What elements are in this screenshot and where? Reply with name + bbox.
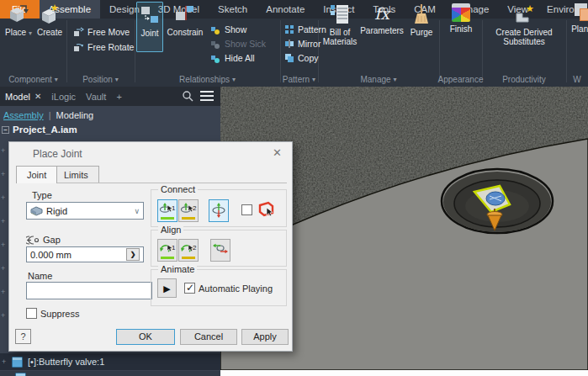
browser-mode-row: Assembly | Modeling: [0, 106, 220, 124]
joint-icon: [139, 4, 161, 26]
tree-expander-icon[interactable]: +: [1, 147, 8, 154]
gap-input[interactable]: 0.000 mm ❯: [26, 246, 144, 262]
invert-alignment-icon: [210, 202, 227, 219]
constrain-icon: [174, 3, 196, 25]
cancel-button[interactable]: Cancel: [180, 329, 237, 345]
bill-of-materials-button[interactable]: Bill of Materials: [323, 2, 357, 46]
free-rotate-button[interactable]: Free Rotate: [72, 40, 134, 54]
create-label: Create: [37, 28, 62, 37]
connect-second-selection-button[interactable]: 2: [178, 199, 199, 222]
automatic-playing-checkbox[interactable]: [184, 283, 195, 294]
rigid-joint-icon: [30, 205, 43, 216]
group-manage[interactable]: Manage: [318, 73, 439, 85]
browser-add-tab-button[interactable]: +: [111, 92, 126, 102]
apply-button[interactable]: Apply: [241, 329, 289, 345]
connect-offset-checkbox[interactable]: [241, 204, 252, 215]
tree-node-project[interactable]: − Project_A.iam: [2, 124, 77, 135]
browser-tab-vault[interactable]: Vault: [81, 92, 111, 102]
svg-text:★: ★: [526, 3, 534, 13]
parameters-button[interactable]: fx Parameters: [358, 2, 405, 35]
automatic-playing-label: Automatic Playing: [199, 283, 273, 294]
tree-expander-icon[interactable]: +: [1, 241, 8, 248]
align-second-selection-button[interactable]: 2: [178, 239, 199, 262]
group-productivity[interactable]: Productivity: [482, 73, 566, 85]
mirror-button[interactable]: Mirror: [284, 37, 320, 50]
group-component[interactable]: Component: [0, 73, 66, 85]
group-appearance[interactable]: Appearance: [439, 73, 482, 85]
search-icon[interactable]: [182, 90, 193, 102]
dialog-close-icon[interactable]: ✕: [273, 146, 282, 159]
dialog-tab-joint[interactable]: Joint: [16, 166, 57, 183]
align-group-label: Align: [158, 225, 183, 235]
group-work-features[interactable]: W: [566, 73, 588, 85]
plane-label: Plane: [571, 24, 588, 34]
project-node-label: Project_A.iam: [13, 124, 77, 135]
copy-button[interactable]: Copy: [284, 51, 319, 65]
svg-text:2: 2: [193, 204, 197, 212]
place-label: Place: [5, 28, 32, 38]
pattern-button[interactable]: Pattern: [284, 23, 326, 36]
ok-button[interactable]: OK: [116, 329, 175, 345]
align-1-icon: 1: [159, 241, 176, 255]
assembly-mode-link[interactable]: Assembly: [3, 110, 44, 120]
free-move-button[interactable]: Free Move: [72, 25, 130, 39]
tab-sketch[interactable]: Sketch: [209, 0, 257, 19]
butterfly-valve-node-label: [•]:Butterfly valve:1: [28, 357, 104, 367]
tree-expander-icon[interactable]: +: [1, 265, 8, 272]
tree-expander-icon[interactable]: +: [1, 218, 8, 225]
finish-button[interactable]: Finish: [443, 2, 479, 34]
svg-text:1: 1: [172, 244, 176, 252]
invert-alignment-button[interactable]: [209, 199, 229, 222]
show-button[interactable]: Show: [210, 23, 246, 36]
connect-group-label: Connect: [158, 184, 198, 194]
bill-of-materials-icon: [329, 3, 351, 25]
tree-expander-icon[interactable]: +: [1, 312, 8, 319]
create-derived-substitutes-button[interactable]: ★ Create Derived Substitutes: [491, 2, 557, 46]
hamburger-menu-icon[interactable]: [200, 91, 214, 101]
viewport-bottom-strip: [220, 370, 588, 376]
suppress-checkbox[interactable]: [26, 308, 37, 319]
name-input[interactable]: [26, 282, 152, 299]
constrain-label: Constrain: [167, 28, 204, 37]
collapse-expander-icon[interactable]: −: [2, 126, 9, 134]
flip-alignment-button[interactable]: [210, 239, 230, 262]
tree-expander-icon[interactable]: +: [1, 289, 8, 295]
align-2-icon: 2: [180, 241, 197, 255]
suppress-label: Suppress: [40, 309, 79, 319]
align-first-selection-button[interactable]: 1: [157, 239, 177, 262]
tree-expander-icon[interactable]: +: [1, 194, 8, 201]
tree-expander-icon[interactable]: +: [1, 171, 8, 177]
group-pattern[interactable]: Pattern: [280, 73, 318, 85]
browser-tab-ilogic[interactable]: iLogic: [46, 92, 81, 102]
mirror-icon: [284, 39, 294, 49]
parameters-fx-icon: fx: [374, 3, 389, 24]
mode-separator: |: [49, 110, 51, 120]
gap-expand-button[interactable]: ❯: [126, 248, 140, 261]
group-relationships[interactable]: Relationships: [135, 73, 280, 85]
type-dropdown[interactable]: Rigid ∨: [26, 202, 144, 220]
hide-all-button[interactable]: Hide All: [210, 51, 255, 65]
create-button[interactable]: ★ Create: [35, 2, 64, 37]
bom-label-line1: Bill of: [330, 28, 350, 37]
modeling-mode-link[interactable]: Modeling: [56, 110, 94, 120]
tree-expander-icon[interactable]: +: [2, 358, 8, 365]
tree-node-butterfly-valve[interactable]: + [•]:Butterfly valve:1: [0, 353, 220, 370]
connect-first-selection-button[interactable]: 1: [157, 199, 177, 222]
tab-annotate[interactable]: Annotate: [257, 0, 314, 19]
group-position[interactable]: Position: [66, 73, 135, 85]
gap-icon: [26, 236, 40, 245]
dialog-tab-limits[interactable]: Limits: [53, 166, 99, 183]
joint-button[interactable]: Joint: [136, 2, 163, 52]
purge-button[interactable]: Purge: [407, 2, 436, 37]
inventor-window: File Assemble Design 3D Model Sketch Ann…: [0, 0, 588, 376]
place-button[interactable]: Place: [3, 2, 34, 38]
play-animation-button[interactable]: ▶: [157, 278, 177, 298]
pattern-icon: [284, 24, 294, 34]
help-button[interactable]: ?: [15, 329, 31, 344]
constrain-button[interactable]: Constrain: [166, 2, 204, 37]
show-sick-icon: [210, 39, 221, 50]
close-tab-icon[interactable]: ✕: [34, 92, 41, 101]
browser-tabstrip: Model ✕ iLogic Vault +: [0, 87, 220, 106]
plane-button[interactable]: Plane: [571, 2, 588, 34]
browser-tab-model[interactable]: Model ✕: [0, 92, 46, 102]
